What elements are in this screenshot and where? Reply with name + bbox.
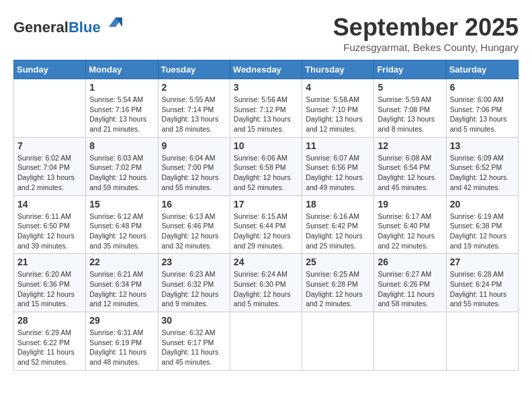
day-info: Sunrise: 6:20 AMSunset: 6:36 PMDaylight:… bbox=[17, 269, 82, 309]
day-info: Sunrise: 5:59 AMSunset: 7:08 PMDaylight:… bbox=[378, 95, 442, 134]
calendar-week-row: 21Sunrise: 6:20 AMSunset: 6:36 PMDayligh… bbox=[14, 254, 519, 312]
header-friday: Friday bbox=[374, 60, 446, 79]
calendar-cell: 30Sunrise: 6:32 AMSunset: 6:17 PMDayligh… bbox=[158, 312, 230, 371]
day-number: 26 bbox=[378, 257, 442, 267]
calendar-header-row: SundayMondayTuesdayWednesdayThursdayFrid… bbox=[14, 60, 519, 79]
calendar-week-row: 7Sunrise: 6:02 AMSunset: 7:04 PMDaylight… bbox=[14, 137, 519, 195]
calendar-cell bbox=[230, 312, 302, 371]
day-number: 23 bbox=[162, 257, 226, 267]
calendar-cell: 26Sunrise: 6:27 AMSunset: 6:26 PMDayligh… bbox=[374, 254, 446, 312]
day-number: 19 bbox=[378, 199, 442, 210]
calendar-week-row: 14Sunrise: 6:11 AMSunset: 6:50 PMDayligh… bbox=[14, 195, 519, 254]
day-number: 13 bbox=[450, 140, 515, 151]
logo: GeneralBlue bbox=[13, 13, 125, 36]
day-number: 3 bbox=[234, 82, 298, 93]
calendar-cell: 28Sunrise: 6:29 AMSunset: 6:22 PMDayligh… bbox=[14, 312, 86, 371]
calendar-cell: 5Sunrise: 5:59 AMSunset: 7:08 PMDaylight… bbox=[374, 79, 446, 138]
day-number: 18 bbox=[306, 199, 370, 210]
logo-blue: Blue bbox=[69, 19, 101, 36]
day-info: Sunrise: 6:02 AMSunset: 7:04 PMDaylight:… bbox=[17, 153, 82, 193]
header-wednesday: Wednesday bbox=[230, 60, 302, 79]
day-info: Sunrise: 6:00 AMSunset: 7:06 PMDaylight:… bbox=[450, 95, 515, 134]
day-info: Sunrise: 6:04 AMSunset: 7:00 PMDaylight:… bbox=[162, 153, 226, 193]
day-number: 7 bbox=[17, 140, 82, 151]
day-info: Sunrise: 5:55 AMSunset: 7:14 PMDaylight:… bbox=[162, 95, 226, 134]
calendar-cell bbox=[374, 312, 446, 371]
calendar-cell: 14Sunrise: 6:11 AMSunset: 6:50 PMDayligh… bbox=[14, 195, 86, 254]
location-title: Fuzesgyarmat, Bekes County, Hungary bbox=[333, 42, 519, 53]
day-number: 30 bbox=[162, 315, 226, 326]
day-number: 25 bbox=[306, 257, 370, 267]
header-tuesday: Tuesday bbox=[158, 60, 230, 79]
day-info: Sunrise: 6:19 AMSunset: 6:38 PMDaylight:… bbox=[450, 212, 515, 251]
day-number: 29 bbox=[89, 315, 154, 326]
day-info: Sunrise: 6:13 AMSunset: 6:46 PMDaylight:… bbox=[162, 212, 226, 251]
day-number: 10 bbox=[234, 140, 298, 151]
day-number: 11 bbox=[306, 140, 370, 151]
day-info: Sunrise: 6:08 AMSunset: 6:54 PMDaylight:… bbox=[378, 153, 442, 193]
day-number: 6 bbox=[450, 82, 515, 93]
day-info: Sunrise: 6:16 AMSunset: 6:42 PMDaylight:… bbox=[306, 212, 370, 251]
calendar-cell: 12Sunrise: 6:08 AMSunset: 6:54 PMDayligh… bbox=[374, 137, 446, 195]
day-number: 15 bbox=[89, 199, 154, 210]
day-info: Sunrise: 5:58 AMSunset: 7:10 PMDaylight:… bbox=[306, 95, 370, 134]
calendar-cell: 13Sunrise: 6:09 AMSunset: 6:52 PMDayligh… bbox=[446, 137, 518, 195]
day-number: 5 bbox=[378, 82, 442, 93]
day-info: Sunrise: 6:27 AMSunset: 6:26 PMDaylight:… bbox=[378, 269, 442, 309]
calendar-cell: 27Sunrise: 6:28 AMSunset: 6:24 PMDayligh… bbox=[446, 254, 518, 312]
day-info: Sunrise: 6:23 AMSunset: 6:32 PMDaylight:… bbox=[162, 269, 226, 309]
day-number: 22 bbox=[89, 257, 154, 267]
day-number: 16 bbox=[162, 199, 226, 210]
calendar-cell: 8Sunrise: 6:03 AMSunset: 7:02 PMDaylight… bbox=[86, 137, 158, 195]
day-number: 4 bbox=[306, 82, 370, 93]
header-saturday: Saturday bbox=[446, 60, 518, 79]
day-number: 12 bbox=[378, 140, 442, 151]
logo-icon bbox=[106, 13, 125, 32]
calendar-cell: 20Sunrise: 6:19 AMSunset: 6:38 PMDayligh… bbox=[446, 195, 518, 254]
calendar-cell: 2Sunrise: 5:55 AMSunset: 7:14 PMDaylight… bbox=[158, 79, 230, 138]
calendar-cell: 17Sunrise: 6:15 AMSunset: 6:44 PMDayligh… bbox=[230, 195, 302, 254]
day-number: 28 bbox=[17, 315, 82, 326]
calendar-cell: 21Sunrise: 6:20 AMSunset: 6:36 PMDayligh… bbox=[14, 254, 86, 312]
day-info: Sunrise: 6:29 AMSunset: 6:22 PMDaylight:… bbox=[17, 328, 82, 367]
day-info: Sunrise: 6:21 AMSunset: 6:34 PMDaylight:… bbox=[89, 269, 154, 309]
day-info: Sunrise: 6:31 AMSunset: 6:19 PMDaylight:… bbox=[89, 328, 154, 367]
calendar-cell: 22Sunrise: 6:21 AMSunset: 6:34 PMDayligh… bbox=[86, 254, 158, 312]
calendar-cell: 6Sunrise: 6:00 AMSunset: 7:06 PMDaylight… bbox=[446, 79, 518, 138]
header-monday: Monday bbox=[86, 60, 158, 79]
month-title: September 2025 bbox=[333, 13, 519, 42]
calendar-cell bbox=[302, 312, 374, 371]
day-info: Sunrise: 6:24 AMSunset: 6:30 PMDaylight:… bbox=[234, 269, 298, 309]
calendar-cell: 19Sunrise: 6:17 AMSunset: 6:40 PMDayligh… bbox=[374, 195, 446, 254]
day-number: 8 bbox=[89, 140, 154, 151]
day-info: Sunrise: 6:17 AMSunset: 6:40 PMDaylight:… bbox=[378, 212, 442, 251]
title-block: September 2025 Fuzesgyarmat, Bekes Count… bbox=[333, 13, 519, 53]
day-info: Sunrise: 6:15 AMSunset: 6:44 PMDaylight:… bbox=[234, 212, 298, 251]
calendar-cell: 15Sunrise: 6:12 AMSunset: 6:48 PMDayligh… bbox=[86, 195, 158, 254]
day-info: Sunrise: 6:03 AMSunset: 7:02 PMDaylight:… bbox=[89, 153, 154, 193]
logo-general: General bbox=[13, 19, 69, 36]
day-number: 1 bbox=[89, 82, 154, 93]
calendar-cell: 9Sunrise: 6:04 AMSunset: 7:00 PMDaylight… bbox=[158, 137, 230, 195]
day-number: 24 bbox=[234, 257, 298, 267]
calendar-cell: 7Sunrise: 6:02 AMSunset: 7:04 PMDaylight… bbox=[14, 137, 86, 195]
day-info: Sunrise: 6:32 AMSunset: 6:17 PMDaylight:… bbox=[162, 328, 226, 367]
calendar-cell: 29Sunrise: 6:31 AMSunset: 6:19 PMDayligh… bbox=[86, 312, 158, 371]
calendar-cell bbox=[14, 79, 86, 138]
calendar-cell: 23Sunrise: 6:23 AMSunset: 6:32 PMDayligh… bbox=[158, 254, 230, 312]
calendar-week-row: 1Sunrise: 5:54 AMSunset: 7:16 PMDaylight… bbox=[14, 79, 519, 138]
day-number: 17 bbox=[234, 199, 298, 210]
calendar-cell bbox=[446, 312, 518, 371]
day-number: 9 bbox=[162, 140, 226, 151]
day-number: 20 bbox=[450, 199, 515, 210]
page-header: GeneralBlue September 2025 Fuzesgyarmat,… bbox=[13, 13, 519, 53]
calendar-table: SundayMondayTuesdayWednesdayThursdayFrid… bbox=[13, 60, 519, 371]
header-thursday: Thursday bbox=[302, 60, 374, 79]
calendar-cell: 1Sunrise: 5:54 AMSunset: 7:16 PMDaylight… bbox=[86, 79, 158, 138]
calendar-cell: 24Sunrise: 6:24 AMSunset: 6:30 PMDayligh… bbox=[230, 254, 302, 312]
calendar-cell: 25Sunrise: 6:25 AMSunset: 6:28 PMDayligh… bbox=[302, 254, 374, 312]
calendar-cell: 4Sunrise: 5:58 AMSunset: 7:10 PMDaylight… bbox=[302, 79, 374, 138]
header-sunday: Sunday bbox=[14, 60, 86, 79]
day-number: 27 bbox=[450, 257, 515, 267]
day-number: 2 bbox=[162, 82, 226, 93]
